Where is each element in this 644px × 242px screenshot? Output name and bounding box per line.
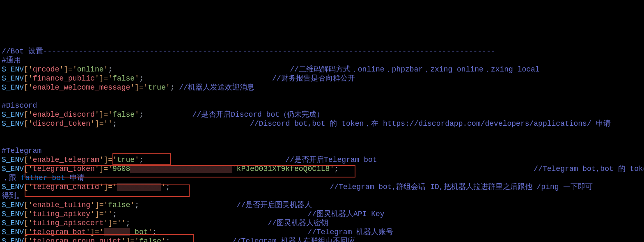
key-enable-tuling: enable_tuling bbox=[33, 201, 90, 209]
key-enable-discord: enable_discord bbox=[33, 111, 95, 119]
key-finance: finance_public bbox=[33, 74, 95, 83]
key-tuling-apikey: tuling_apikey bbox=[33, 210, 90, 218]
code-block: //Bot 设置--------------------------------… bbox=[2, 38, 642, 242]
header-bot: //Bot 设置--------------------------------… bbox=[2, 47, 495, 55]
key-telegram-chatid: telegram_chatid bbox=[33, 183, 99, 191]
key-welcome: enable_welcome_message bbox=[33, 83, 131, 92]
redacted-token: XXXXXXXXXXXXXXXXXXXXXXX bbox=[130, 165, 232, 173]
redacted-botname: XXXXXX bbox=[104, 228, 131, 236]
redacted-chatid: XXXXXXXXXX bbox=[117, 183, 161, 191]
key-telegram-quiet: telegram_group_quiet bbox=[33, 237, 121, 242]
key-tuling-apisecert: tuling_apisecert bbox=[33, 219, 104, 227]
father-bot-link[interactable]: father bot bbox=[16, 174, 70, 182]
val-qrcode: online bbox=[77, 65, 104, 74]
env-var: $_ENV bbox=[2, 65, 24, 74]
key-telegram-token: telegram_token bbox=[33, 165, 95, 173]
header-telegram: #Telegram bbox=[2, 147, 41, 155]
key-qrcode: qrcode bbox=[33, 65, 60, 74]
key-enable-telegram: enable_telegram bbox=[33, 156, 99, 164]
header-discord: #Discord bbox=[2, 101, 37, 110]
key-discord-token: discord_token bbox=[33, 120, 90, 128]
header-general: #通用 bbox=[2, 56, 21, 65]
key-telegram-bot: telegram_bot bbox=[33, 228, 86, 236]
cmt-qrcode: //二维码解码方式，online，phpzbar，zxing_online，zx… bbox=[290, 65, 539, 74]
